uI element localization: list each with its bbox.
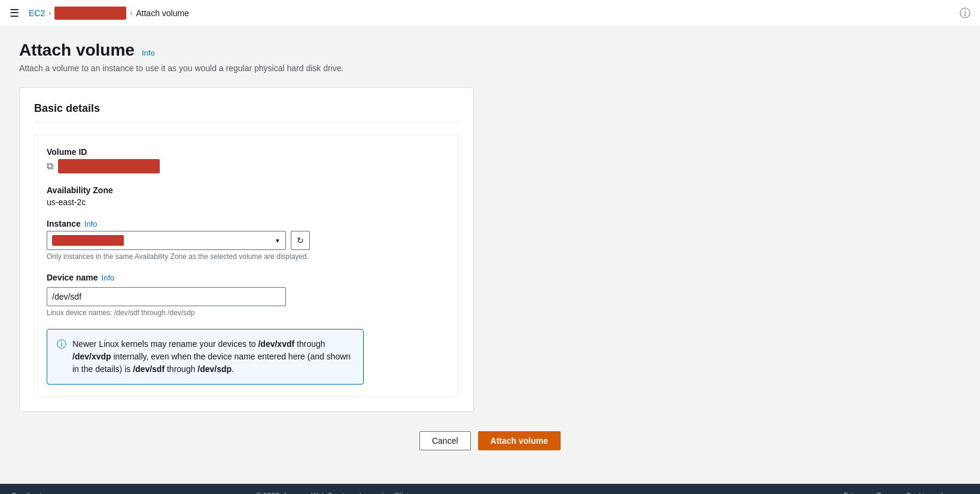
page-description: Attach a volume to an instance to use it…: [19, 63, 961, 73]
action-bar: Cancel Attach volume: [19, 431, 961, 469]
info-box-text-before: Newer Linux kernels may rename your devi…: [72, 339, 258, 349]
device-name-input[interactable]: [47, 287, 286, 306]
attach-volume-button[interactable]: Attach volume: [478, 431, 561, 450]
availability-zone-value: us-east-2c: [47, 197, 446, 207]
refresh-button[interactable]: ↻: [291, 231, 310, 250]
main-content: Attach volume Info Attach a volume to an…: [0, 26, 980, 484]
page-info-link[interactable]: Info: [142, 48, 155, 57]
info-box: ⓘ Newer Linux kernels may rename your de…: [47, 329, 364, 385]
info-box-text: Newer Linux kernels may rename your devi…: [72, 338, 354, 376]
instance-info-link[interactable]: Info: [84, 219, 98, 228]
info-box-bold2: /dev/xvdp: [72, 352, 111, 361]
device-name-hint: Linux device names: /dev/sdf through /de…: [47, 309, 446, 317]
info-box-icon: ⓘ: [57, 339, 66, 376]
footer: Feedback © 2022, Amazon Web Services, In…: [0, 484, 980, 494]
section-title: Basic details: [34, 102, 459, 123]
volume-id-label: Volume ID: [47, 147, 446, 157]
availability-zone-group: Availability Zone us-east-2c: [47, 185, 446, 207]
breadcrumb-separator-1: ›: [48, 9, 51, 17]
info-box-bold4: /dev/sdp: [197, 364, 232, 374]
breadcrumb-current-page: Attach volume: [136, 8, 189, 18]
hamburger-menu-icon[interactable]: ☰: [10, 7, 19, 20]
info-box-text-end: .: [232, 364, 234, 374]
footer-links: Privacy Terms Cookie preferences: [844, 492, 968, 494]
volume-id-group: Volume ID ⧉: [47, 147, 446, 173]
form-section: Volume ID ⧉ Availability Zone us-east-2c…: [34, 135, 459, 397]
page-title: Attach volume: [19, 41, 135, 60]
cancel-button[interactable]: Cancel: [419, 431, 471, 450]
refresh-icon: ↻: [297, 236, 304, 245]
volume-id-row: ⧉: [47, 159, 446, 173]
instance-select[interactable]: ▼: [47, 231, 286, 250]
device-name-info-link[interactable]: Info: [102, 273, 115, 282]
top-navigation-bar: ☰ EC2 › › Attach volume ⓘ: [0, 0, 980, 26]
footer-copyright: © 2022, Amazon Web Services, Inc. or its…: [256, 492, 419, 494]
terms-link[interactable]: Terms: [876, 492, 896, 494]
device-name-label: Device name Info: [47, 273, 446, 282]
device-name-group: Device name Info Linux device names: /de…: [47, 273, 446, 317]
feedback-link[interactable]: Feedback: [12, 492, 44, 494]
instance-row: ▼ ↻: [47, 231, 446, 250]
instance-group: Instance Info ▼ ↻ Only instances in the …: [47, 219, 446, 261]
info-box-bold3: /dev/sdf: [133, 364, 165, 374]
availability-zone-label: Availability Zone: [47, 185, 446, 195]
form-card: Basic details Volume ID ⧉ Availability Z…: [19, 87, 474, 412]
privacy-link[interactable]: Privacy: [844, 492, 867, 494]
breadcrumb-volume-id-redacted: [54, 7, 126, 20]
info-box-text-mid1: through: [294, 339, 325, 349]
instance-hint: Only instances in the same Availability …: [47, 252, 446, 261]
copy-icon[interactable]: ⧉: [47, 161, 53, 172]
chevron-down-icon: ▼: [275, 237, 281, 244]
page-header: Attach volume Info: [19, 41, 961, 60]
info-box-bold1: /dev/xvdf: [258, 339, 294, 349]
cookie-preferences-link[interactable]: Cookie preferences: [906, 492, 968, 494]
info-circle-icon[interactable]: ⓘ: [960, 6, 970, 20]
breadcrumb-separator-2: ›: [130, 9, 132, 17]
breadcrumb-ec2-link[interactable]: EC2: [29, 8, 45, 18]
instance-label: Instance Info: [47, 219, 446, 228]
breadcrumb: EC2 › › Attach volume: [29, 7, 189, 20]
instance-select-redacted: [52, 235, 124, 246]
info-box-text-mid3: through: [165, 364, 197, 374]
volume-id-redacted-value: [58, 159, 160, 173]
